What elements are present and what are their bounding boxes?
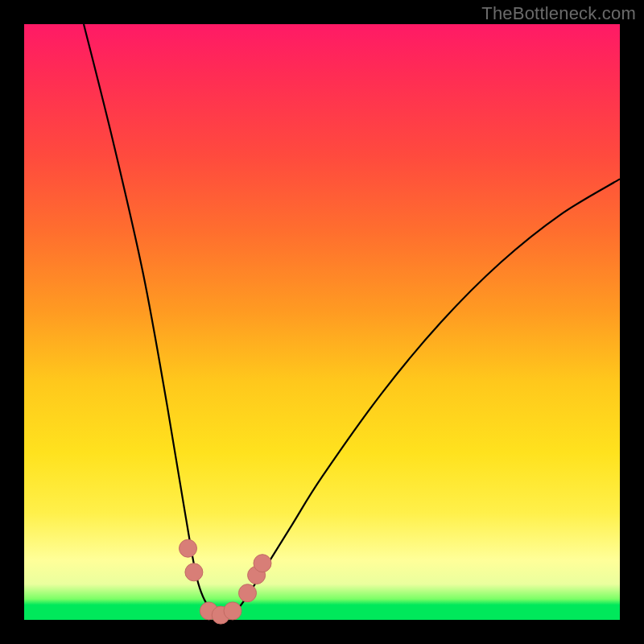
watermark-text: TheBottleneck.com: [481, 3, 636, 24]
bottleneck-curve: [84, 24, 620, 620]
chart-marker: [180, 539, 197, 557]
chart-frame: TheBottleneck.com: [0, 0, 644, 644]
chart-plot-area: [24, 24, 620, 620]
chart-svg: [24, 24, 620, 620]
chart-marker: [224, 602, 242, 620]
chart-markers: [180, 539, 272, 624]
chart-marker: [254, 555, 271, 572]
chart-marker: [239, 584, 257, 602]
chart-marker: [185, 564, 203, 581]
